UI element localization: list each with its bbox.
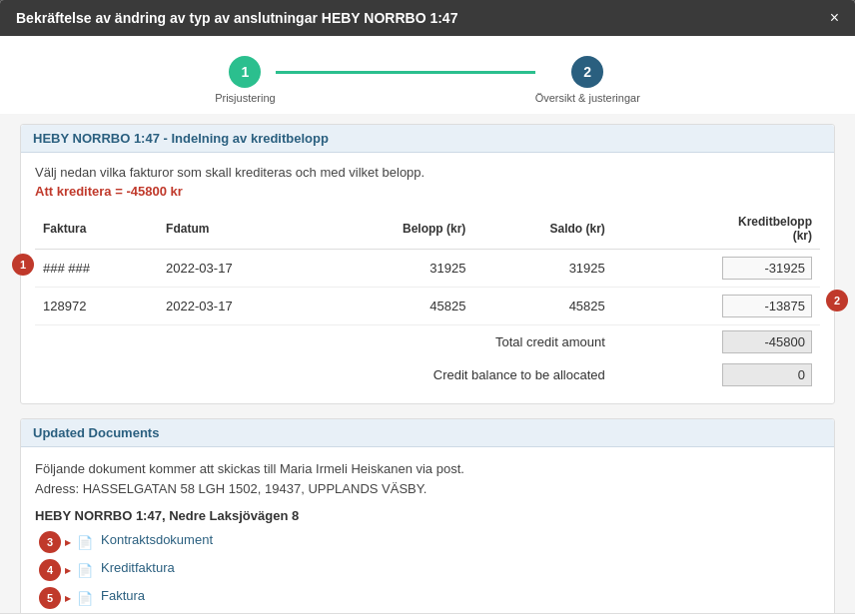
table-row: ### ### 2022-03-17 31925 31925 [35,250,820,288]
doc-location: HEBY NORRBO 1:47, Nedre Laksjövägen 8 [35,508,820,523]
cell-belopp-2: 45825 [319,288,473,325]
modal-title: Bekräftelse av ändring av typ av anslutn… [16,10,457,26]
kreditbelopp-input-2[interactable] [722,295,812,317]
doc-row-1: 3 ▶ 📄 Kontraktsdokument [39,531,820,553]
step-line [276,71,535,74]
total-credit-row: Total credit amount [35,325,820,359]
col-belopp: Belopp (kr) [319,209,473,250]
cell-faktura-2: 128972 [35,288,158,325]
total-credit-label: Total credit amount [35,325,613,359]
col-fdatum: Fdatum [158,209,319,250]
section1-header: HEBY NORRBO 1:47 - Indelning av kreditbe… [21,125,834,153]
section1-desc: Välj nedan vilka fakturor som skall kred… [35,165,820,180]
modal-header: Bekräftelse av ändring av typ av anslutn… [0,0,855,36]
cell-fdatum-1: 2022-03-17 [158,250,319,288]
step-1-circle: 1 [229,56,261,88]
col-faktura: Faktura [35,209,158,250]
modal-body: 1 HEBY NORRBO 1:47 - Indelning av kredit… [0,114,855,613]
col-saldo: Saldo (kr) [473,209,612,250]
table-wrapper: 2 Faktura Fdatum Belopp (kr) Saldo (kr) … [35,209,820,391]
step-1-label: Prisjustering [215,92,276,104]
step-1: 1 Prisjustering [215,56,276,104]
credit-highlight: Att kreditera = -45800 kr [35,184,820,199]
section1-body: Välj nedan vilka fakturor som skall kred… [21,153,834,403]
balance-row: Credit balance to be allocated [35,358,820,391]
arrow-icon-4: ▶ [65,566,71,575]
cell-belopp-1: 31925 [319,250,473,288]
section2-wrapper: Updated Documents Följande dokument komm… [20,418,835,613]
doc-link-faktura[interactable]: Faktura [101,588,145,603]
doc-link-kontraktsdokument[interactable]: Kontraktsdokument [101,532,213,547]
col-kreditbelopp: Kreditbelopp(kr) [613,209,820,250]
step-2: 2 Översikt & justeringar [535,56,640,104]
cell-fdatum-2: 2022-03-17 [158,288,319,325]
pdf-icon-1: 📄 [77,535,93,550]
step-2-label: Översikt & justeringar [535,92,640,104]
modal: Bekräftelse av ändring av typ av anslutn… [0,0,855,616]
badge-4: 4 [39,559,61,581]
pdf-icon-3: 📄 [77,591,93,606]
total-credit-input [722,330,812,353]
section2-box: Updated Documents Följande dokument komm… [20,418,835,613]
balance-label: Credit balance to be allocated [35,358,613,391]
close-button[interactable]: × [830,10,839,26]
section1-wrapper: 1 HEBY NORRBO 1:47 - Indelning av kredit… [20,124,835,404]
invoices-table: Faktura Fdatum Belopp (kr) Saldo (kr) Kr… [35,209,820,391]
cell-kreditbelopp-2 [613,288,820,325]
table-row: 128972 2022-03-17 45825 45825 [35,288,820,325]
badge-1: 1 [12,254,34,276]
stepper: 1 Prisjustering 2 Översikt & justeringar [0,36,855,114]
doc-intro: Följande dokument kommer att skickas til… [35,459,820,498]
section2-body: Följande dokument kommer att skickas til… [21,447,834,613]
badge-2: 2 [826,290,848,311]
cell-saldo-2: 45825 [473,288,612,325]
arrow-icon-3: ▶ [65,538,71,547]
arrow-icon-5: ▶ [65,594,71,603]
badge-5: 5 [39,587,61,609]
section1-box: HEBY NORRBO 1:47 - Indelning av kreditbe… [20,124,835,404]
section2-header: Updated Documents [21,419,834,447]
cell-saldo-1: 31925 [473,250,612,288]
doc-row-2: 4 ▶ 📄 Kreditfaktura [39,559,820,581]
kreditbelopp-input-1[interactable] [722,257,812,280]
balance-value [613,358,820,391]
doc-link-kreditfaktura[interactable]: Kreditfaktura [101,560,175,575]
balance-input [722,363,812,386]
cell-faktura-1: ### ### [35,250,158,288]
pdf-icon-2: 📄 [77,563,93,578]
step-2-circle: 2 [571,56,603,88]
cell-kreditbelopp-1 [613,250,820,288]
total-credit-value [613,325,820,359]
doc-row-3: 5 ▶ 📄 Faktura [39,587,820,609]
badge-3: 3 [39,531,61,553]
